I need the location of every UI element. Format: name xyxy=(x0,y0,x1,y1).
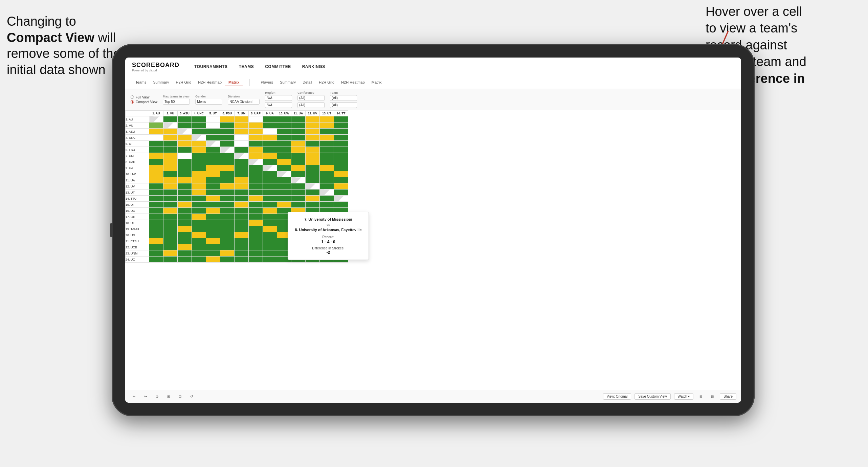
matrix-cell[interactable] xyxy=(277,147,291,153)
matrix-cell[interactable] xyxy=(178,177,192,183)
matrix-cell[interactable] xyxy=(149,244,163,250)
matrix-cell[interactable] xyxy=(206,238,220,244)
matrix-cell[interactable] xyxy=(263,220,277,226)
matrix-cell[interactable] xyxy=(306,129,320,135)
matrix-cell[interactable] xyxy=(178,232,192,238)
sub-tab-players-summary[interactable]: Summary xyxy=(276,79,299,86)
matrix-cell[interactable] xyxy=(235,171,249,177)
matrix-cell[interactable] xyxy=(249,220,263,226)
matrix-cell[interactable] xyxy=(149,153,163,159)
matrix-cell[interactable] xyxy=(192,153,206,159)
matrix-cell[interactable] xyxy=(334,116,348,123)
matrix-cell[interactable] xyxy=(291,116,306,123)
matrix-cell[interactable] xyxy=(149,165,163,171)
full-view-radio[interactable] xyxy=(131,95,134,99)
matrix-cell[interactable] xyxy=(220,190,235,196)
matrix-cell[interactable] xyxy=(163,135,178,141)
matrix-cell[interactable] xyxy=(178,183,192,190)
matrix-cell[interactable] xyxy=(306,116,320,123)
matrix-cell[interactable] xyxy=(291,159,306,165)
matrix-cell[interactable] xyxy=(263,171,277,177)
matrix-cell[interactable] xyxy=(277,165,291,171)
matrix-cell[interactable] xyxy=(149,208,163,214)
matrix-cell[interactable] xyxy=(235,190,249,196)
matrix-cell[interactable] xyxy=(149,257,163,263)
matrix-cell[interactable] xyxy=(291,183,306,190)
matrix-cell[interactable] xyxy=(192,190,206,196)
matrix-cell[interactable] xyxy=(263,232,277,238)
sub-tab-players-h2h-grid[interactable]: H2H Grid xyxy=(315,79,338,86)
redo-button[interactable]: ↪ xyxy=(141,394,150,399)
matrix-cell[interactable] xyxy=(249,135,263,141)
matrix-cell[interactable] xyxy=(220,147,235,153)
compact-view-radio[interactable] xyxy=(131,100,134,104)
matrix-cell[interactable] xyxy=(235,226,249,232)
sub-tab-players[interactable]: Players xyxy=(257,79,276,86)
matrix-cell[interactable] xyxy=(249,232,263,238)
matrix-cell[interactable] xyxy=(235,153,249,159)
matrix-cell[interactable] xyxy=(178,220,192,226)
matrix-cell[interactable] xyxy=(263,208,277,214)
matrix-cell[interactable] xyxy=(220,196,235,202)
conference-select2[interactable]: (All) xyxy=(297,102,325,108)
matrix-cell[interactable] xyxy=(277,196,291,202)
matrix-cell[interactable] xyxy=(206,250,220,257)
matrix-cell[interactable] xyxy=(220,238,235,244)
matrix-cell[interactable] xyxy=(149,250,163,257)
matrix-cell[interactable] xyxy=(277,159,291,165)
matrix-cell[interactable] xyxy=(206,165,220,171)
matrix-cell[interactable] xyxy=(306,171,320,177)
conference-select1[interactable]: (All) xyxy=(297,95,325,101)
matrix-cell[interactable] xyxy=(163,147,178,153)
sub-tab-players-detail[interactable]: Detail xyxy=(299,79,315,86)
matrix-cell[interactable] xyxy=(320,177,334,183)
matrix-cell[interactable] xyxy=(192,250,206,257)
matrix-cell[interactable] xyxy=(178,123,192,129)
matrix-cell[interactable] xyxy=(235,220,249,226)
matrix-cell[interactable] xyxy=(192,123,206,129)
matrix-cell[interactable] xyxy=(263,257,277,263)
matrix-cell[interactable] xyxy=(320,159,334,165)
matrix-cell[interactable] xyxy=(306,135,320,141)
matrix-cell[interactable] xyxy=(334,190,348,196)
matrix-cell[interactable] xyxy=(163,129,178,135)
matrix-cell[interactable] xyxy=(277,123,291,129)
matrix-cell[interactable] xyxy=(334,202,348,208)
matrix-cell[interactable] xyxy=(235,177,249,183)
matrix-cell[interactable] xyxy=(220,141,235,147)
matrix-cell[interactable] xyxy=(220,159,235,165)
matrix-cell[interactable] xyxy=(163,159,178,165)
matrix-cell[interactable] xyxy=(235,129,249,135)
matrix-cell[interactable] xyxy=(320,147,334,153)
matrix-cell[interactable] xyxy=(163,177,178,183)
matrix-cell[interactable] xyxy=(163,208,178,214)
matrix-cell[interactable] xyxy=(149,141,163,147)
matrix-cell[interactable] xyxy=(178,159,192,165)
matrix-cell[interactable] xyxy=(206,153,220,159)
matrix-cell[interactable] xyxy=(263,159,277,165)
matrix-cell[interactable] xyxy=(178,208,192,214)
matrix-cell[interactable] xyxy=(306,183,320,190)
matrix-cell[interactable] xyxy=(277,141,291,147)
matrix-cell[interactable] xyxy=(249,171,263,177)
matrix-cell[interactable] xyxy=(263,214,277,220)
matrix-cell[interactable] xyxy=(192,244,206,250)
sub-tab-summary[interactable]: Summary xyxy=(150,79,172,86)
matrix-cell[interactable] xyxy=(149,171,163,177)
matrix-cell[interactable] xyxy=(192,171,206,177)
matrix-cell[interactable] xyxy=(235,159,249,165)
matrix-cell[interactable] xyxy=(235,244,249,250)
matrix-cell[interactable] xyxy=(334,196,348,202)
matrix-cell[interactable] xyxy=(263,135,277,141)
matrix-cell[interactable] xyxy=(277,190,291,196)
matrix-cell[interactable] xyxy=(220,214,235,220)
matrix-cell[interactable] xyxy=(192,129,206,135)
matrix-cell[interactable] xyxy=(263,202,277,208)
matrix-cell[interactable] xyxy=(320,202,334,208)
matrix-cell[interactable] xyxy=(163,171,178,177)
matrix-cell[interactable] xyxy=(178,153,192,159)
matrix-cell[interactable] xyxy=(149,190,163,196)
matrix-cell[interactable] xyxy=(149,196,163,202)
matrix-cell[interactable] xyxy=(306,196,320,202)
matrix-cell[interactable] xyxy=(149,177,163,183)
